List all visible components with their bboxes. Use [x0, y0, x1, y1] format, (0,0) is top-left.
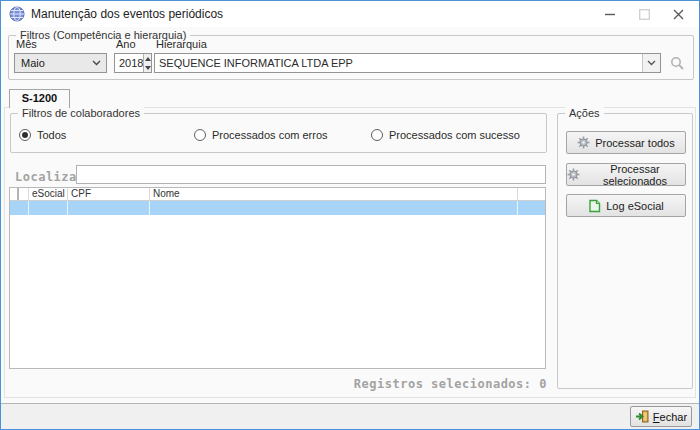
- col-cpf[interactable]: CPF: [68, 188, 150, 200]
- actions-title: Ações: [565, 107, 604, 119]
- maximize-icon: [639, 9, 650, 20]
- gear-icon: [567, 168, 580, 181]
- collab-filters-title: Filtros de colaboradores: [18, 107, 144, 119]
- process-all-button[interactable]: Processar todos: [566, 131, 686, 154]
- status-value: 0: [539, 377, 547, 391]
- log-esocial-button[interactable]: Log eSocial: [566, 194, 686, 217]
- radio-circle-icon: [194, 129, 206, 141]
- process-all-label: Processar todos: [595, 137, 674, 149]
- radio-sucesso-label: Processados com sucesso: [389, 129, 520, 141]
- status-label: Registros selecionados:: [354, 377, 532, 391]
- month-combobox[interactable]: Maio: [14, 53, 107, 73]
- filters-groupbox: Filtros (Competência e hierarquia) Mês M…: [8, 35, 694, 80]
- row-checkbox-cell[interactable]: [10, 201, 29, 215]
- process-selected-label: Processar selecionados: [585, 163, 685, 187]
- year-spinner[interactable]: 2018: [114, 53, 152, 73]
- hierarchy-combobox[interactable]: SEQUENCE INFORMATICA LTDA EPP: [154, 53, 661, 73]
- spin-down-icon[interactable]: [144, 63, 151, 72]
- close-button[interactable]: [663, 1, 694, 27]
- hierarchy-dropdown-button[interactable]: [642, 54, 660, 72]
- col-nome[interactable]: Nome: [150, 188, 518, 200]
- radio-processados-sucesso[interactable]: Processados com sucesso: [371, 129, 520, 141]
- actions-groupbox: Ações Processar todos Processar selecion…: [557, 113, 693, 389]
- radio-processados-erros[interactable]: Processados com erros: [194, 129, 328, 141]
- gear-icon: [577, 136, 590, 149]
- process-selected-button[interactable]: Processar selecionados: [566, 163, 686, 186]
- radio-todos-label: Todos: [37, 129, 66, 141]
- collab-filters-groupbox: Filtros de colaboradores Todos Processad…: [10, 113, 547, 153]
- year-value: 2018: [115, 54, 143, 72]
- radio-circle-icon: [371, 129, 383, 141]
- row-cpf-cell: [68, 201, 150, 215]
- radio-circle-icon: [19, 129, 31, 141]
- titlebar: Manutenção dos eventos periódicos: [1, 1, 699, 27]
- app-window: Manutenção dos eventos periódicos Filtro…: [0, 0, 700, 430]
- exit-door-icon: [635, 410, 649, 423]
- search-input[interactable]: [76, 165, 546, 184]
- grid-header: eSocial CPF Nome: [10, 188, 545, 201]
- status-selected-records: Registros selecionados: 0: [291, 377, 547, 391]
- month-label: Mês: [16, 38, 37, 50]
- chevron-down-icon: [647, 60, 656, 66]
- green-log-icon: [588, 199, 601, 213]
- chevron-down-icon: [92, 60, 101, 66]
- window-title: Manutenção dos eventos periódicos: [31, 1, 223, 27]
- select-all-cell[interactable]: [10, 188, 29, 200]
- fechar-button[interactable]: Fechar: [630, 406, 692, 427]
- records-grid[interactable]: eSocial CPF Nome: [9, 187, 546, 369]
- table-row[interactable]: [10, 201, 545, 215]
- search-field-label: Localizar: [15, 170, 85, 184]
- tab-s1200[interactable]: S-1200: [9, 89, 70, 108]
- hierarchy-label: Hierarquia: [156, 38, 207, 50]
- hierarchy-value: SEQUENCE INFORMATICA LTDA EPP: [155, 57, 642, 69]
- row-esocial-cell: [29, 201, 68, 215]
- maximize-button[interactable]: [629, 1, 660, 27]
- checkbox-icon[interactable]: [17, 188, 19, 200]
- row-nome-cell: [150, 201, 518, 215]
- year-spin-buttons[interactable]: [143, 54, 151, 72]
- month-value: Maio: [21, 57, 45, 69]
- fechar-label: Fechar: [653, 411, 687, 423]
- radio-todos[interactable]: Todos: [19, 129, 66, 141]
- minimize-icon: [605, 9, 616, 20]
- search-icon[interactable]: [670, 56, 685, 71]
- globe-icon: [9, 6, 25, 22]
- log-esocial-label: Log eSocial: [606, 200, 664, 212]
- minimize-button[interactable]: [595, 1, 626, 27]
- year-label: Ano: [116, 38, 136, 50]
- close-icon: [673, 9, 684, 20]
- spin-up-icon[interactable]: [144, 54, 151, 63]
- radio-erros-label: Processados com erros: [212, 129, 328, 141]
- footer-bar: Fechar: [1, 403, 699, 429]
- col-esocial[interactable]: eSocial: [29, 188, 68, 200]
